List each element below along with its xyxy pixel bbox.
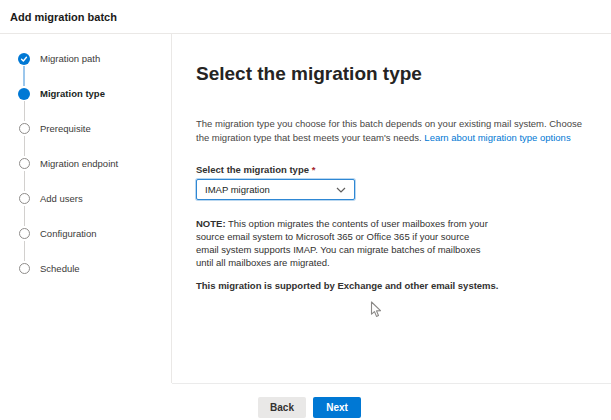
- note-prefix: NOTE:: [196, 218, 226, 229]
- panel-header: Add migration batch: [0, 0, 611, 34]
- wizard-footer: Back Next: [172, 383, 611, 420]
- step-label: Add users: [40, 193, 83, 204]
- step-label: Prerequisite: [40, 123, 91, 134]
- pending-step-circle-icon: [19, 193, 30, 204]
- step-schedule[interactable]: Schedule: [18, 251, 171, 286]
- step-configuration[interactable]: Configuration: [18, 216, 171, 251]
- chevron-down-icon: [336, 184, 346, 195]
- step-migration-type[interactable]: Migration type: [18, 76, 171, 111]
- migration-type-dropdown[interactable]: IMAP migration: [196, 179, 355, 200]
- next-button[interactable]: Next: [313, 397, 361, 418]
- step-migration-path[interactable]: Migration path: [18, 41, 171, 76]
- add-migration-batch-panel: Add migration batch Migration path Migra…: [0, 0, 611, 420]
- step-prerequisite[interactable]: Prerequisite: [18, 111, 171, 146]
- dropdown-label: Select the migration type *: [196, 164, 587, 175]
- pending-step-circle-icon: [19, 123, 30, 134]
- active-step-dot-icon: [18, 88, 30, 100]
- back-button[interactable]: Back: [258, 397, 306, 418]
- pending-step-circle-icon: [19, 263, 30, 274]
- step-label: Migration type: [40, 88, 105, 99]
- step-migration-endpoint[interactable]: Migration endpoint: [18, 146, 171, 181]
- step-label: Migration endpoint: [40, 158, 118, 169]
- wizard-content: Select the migration type The migration …: [172, 34, 611, 383]
- pending-step-circle-icon: [19, 228, 30, 239]
- learn-about-migration-link[interactable]: Learn about migration type options: [424, 132, 570, 143]
- supported-systems-text: This migration is supported by Exchange …: [196, 279, 526, 292]
- step-label: Schedule: [40, 263, 80, 274]
- wizard-stepper: Migration path Migration type Prerequisi…: [0, 34, 172, 383]
- note-text: NOTE: This option migrates the contents …: [196, 217, 492, 269]
- step-label: Configuration: [40, 228, 97, 239]
- step-add-users[interactable]: Add users: [18, 181, 171, 216]
- page-title: Select the migration type: [196, 62, 587, 85]
- description-text: The migration type you choose for this b…: [196, 117, 586, 145]
- dropdown-selected-value: IMAP migration: [205, 184, 270, 195]
- pending-step-circle-icon: [19, 158, 30, 169]
- mouse-cursor-icon: [370, 301, 382, 323]
- panel-title: Add migration batch: [10, 11, 117, 23]
- check-icon: [18, 53, 30, 65]
- required-marker: *: [312, 164, 316, 175]
- migration-type-field: Select the migration type * IMAP migrati…: [196, 164, 587, 200]
- step-label: Migration path: [40, 53, 100, 64]
